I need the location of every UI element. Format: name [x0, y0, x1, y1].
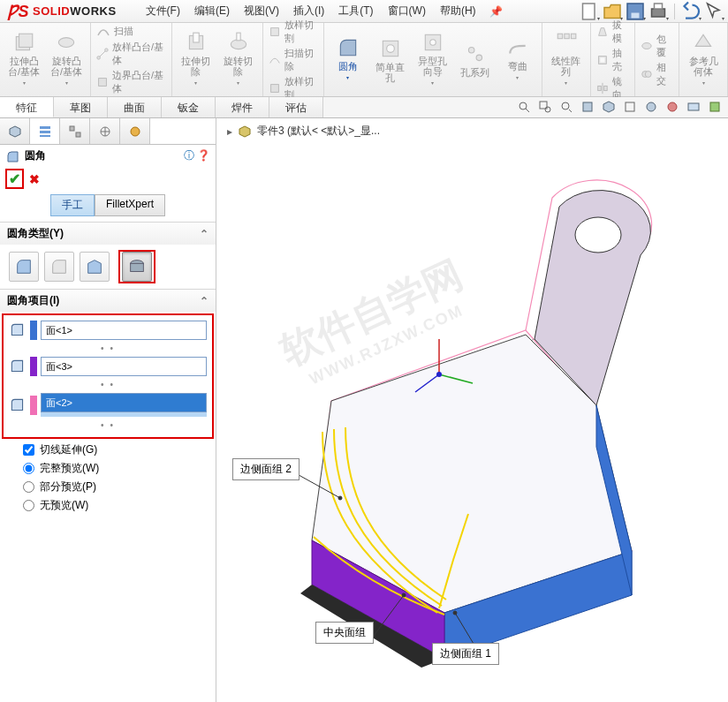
hole-series-button[interactable]: 孔系列 [457, 31, 494, 88]
display-style-icon[interactable] [622, 99, 638, 115]
pin-icon[interactable]: 📌 [489, 5, 503, 18]
print-button[interactable]: ▾ [648, 2, 669, 21]
tab-weldment[interactable]: 焊件 [216, 97, 269, 117]
svg-rect-27 [600, 57, 604, 62]
item-face2[interactable]: 面<2> [41, 393, 207, 412]
tab-feature[interactable]: 特征 [0, 97, 54, 117]
section-view-icon[interactable] [580, 99, 595, 115]
highlight-full-round [118, 250, 155, 283]
hide-show-icon[interactable] [643, 99, 659, 115]
opt-full-preview[interactable]: 完整预览(W) [23, 461, 210, 476]
fillet-type-variable[interactable] [44, 252, 74, 282]
fillet-button[interactable]: 圆角▾ [330, 31, 367, 88]
grip-2[interactable]: • • [9, 380, 207, 389]
zoom-fit-icon[interactable] [516, 99, 532, 115]
work-area: 圆角 ⓘ ❓ ✔ ✖ 手工 FilletXpert 圆角类型(Y)⌃ [0, 118, 728, 702]
property-manager-panel: 圆角 ⓘ ❓ ✔ ✖ 手工 FilletXpert 圆角类型(Y)⌃ [0, 118, 216, 702]
panel-tab-dimxpert[interactable] [90, 118, 120, 144]
tab-sheetmetal[interactable]: 钣金 [162, 97, 216, 117]
pm-help[interactable]: ⓘ ❓ [184, 148, 210, 163]
logo-text-1: SOLID [33, 4, 70, 18]
svg-rect-44 [40, 131, 50, 133]
section-fillet-type[interactable]: 圆角类型(Y)⌃ [0, 223, 216, 245]
extrude-boss-button[interactable]: 拉伸凸台/基体▾ [5, 31, 42, 88]
intersect-button[interactable]: 相交 [641, 61, 673, 87]
menubar: ǷS SOLIDWORKS 文件(F) 编辑(E) 视图(V) 插入(I) 工具… [0, 0, 728, 23]
panel-tab-feature-tree[interactable] [0, 118, 30, 144]
loft-button[interactable]: 放样凸台/基体 [96, 41, 166, 67]
menu-window[interactable]: 窗口(W) [382, 0, 432, 22]
opt-tangent[interactable]: 切线延伸(G) [23, 442, 210, 457]
svg-point-30 [642, 42, 651, 49]
panel-tab-property-manager[interactable] [30, 118, 60, 144]
menu-file[interactable]: 文件(F) [140, 0, 186, 22]
mode-manual[interactable]: 手工 [50, 194, 95, 216]
ribbon: 拉伸凸台/基体▾ 旋转凸台/基体▾ 扫描 放样凸台/基体 边界凸台/基体 拉伸切… [0, 23, 728, 97]
prev-view-icon[interactable] [558, 99, 574, 115]
open-button[interactable]: ▾ [602, 2, 623, 21]
item-face3[interactable]: 面<3> [41, 357, 207, 376]
hole-wizard-button[interactable]: 异型孔向导▾ [414, 31, 451, 88]
cut-sweep-button[interactable]: 扫描切除 [269, 47, 318, 73]
sweep-button[interactable]: 扫描 [96, 25, 166, 39]
opt-partial-preview[interactable]: 部分预览(P) [23, 479, 210, 494]
new-button[interactable]: ▾ [579, 2, 600, 21]
svg-rect-47 [76, 132, 80, 137]
callout-side1[interactable]: 边侧面组 1 [432, 643, 499, 665]
fillet-type-full-round[interactable] [122, 252, 152, 282]
shell-button[interactable]: 抽壳 [596, 47, 629, 73]
undo-button[interactable]: ▾ [680, 2, 701, 21]
cut-loft1-button[interactable]: 放样切割 [269, 19, 318, 45]
svg-rect-2 [632, 12, 640, 18]
tab-surface[interactable]: 曲面 [108, 97, 162, 117]
svg-rect-4 [655, 4, 663, 9]
zoom-area-icon[interactable] [537, 99, 553, 115]
draft-button[interactable]: 拔模 [596, 19, 629, 45]
cut-extrude-button[interactable]: 拉伸切除▾ [178, 31, 215, 88]
menu-tools[interactable]: 工具(T) [332, 0, 379, 22]
pm-header: 圆角 ⓘ ❓ [0, 145, 216, 167]
callout-center[interactable]: 中央面组 [315, 622, 374, 644]
mode-filletxpert[interactable]: FilletXpert [95, 194, 165, 216]
svg-point-18 [387, 44, 395, 52]
opt-no-preview[interactable]: 无预览(W) [23, 498, 210, 513]
cut-revolve-button[interactable]: 旋转切除▾ [220, 31, 257, 88]
select-button[interactable]: ▾ [703, 2, 724, 21]
simple-hole-button[interactable]: 简单直孔 [372, 31, 409, 88]
save-button[interactable]: ▾ [625, 2, 646, 21]
svg-rect-41 [688, 103, 699, 110]
panel-tab-config[interactable] [60, 118, 90, 144]
fillet-type-face[interactable] [80, 252, 110, 282]
menu-edit[interactable]: 编辑(E) [188, 0, 236, 22]
boundary-button[interactable]: 边界凸台/基体 [96, 69, 166, 95]
svg-rect-23 [557, 34, 562, 38]
menu-help[interactable]: 帮助(H) [434, 0, 482, 22]
scene-icon[interactable] [686, 99, 701, 115]
bend-button[interactable]: 弯曲▾ [499, 31, 536, 88]
cancel-button[interactable]: ✖ [29, 172, 40, 186]
item-face2-extra[interactable] [41, 412, 207, 417]
wrap-button[interactable]: 包覆 [641, 33, 673, 59]
tab-evaluate[interactable]: 评估 [269, 97, 323, 117]
grip-3[interactable]: • • [9, 420, 207, 430]
callout-side2[interactable]: 边侧面组 2 [232, 458, 300, 480]
revolve-boss-button[interactable]: 旋转凸台/基体▾ [48, 31, 85, 88]
svg-point-39 [647, 102, 656, 111]
svg-rect-46 [70, 126, 74, 131]
linear-pattern-button[interactable]: 线性阵列▾ [548, 31, 585, 88]
ref-geometry-button[interactable]: 参考几何体▾ [685, 31, 722, 88]
panel-tab-display[interactable] [120, 118, 150, 144]
view-toolbar [516, 99, 723, 115]
view-orient-icon[interactable] [601, 99, 617, 115]
grip-1[interactable]: • • [9, 343, 207, 353]
view-settings-icon[interactable] [707, 99, 723, 115]
tab-sketch[interactable]: 草图 [54, 97, 108, 117]
fillet-type-constant[interactable] [9, 252, 39, 282]
svg-rect-38 [626, 102, 634, 111]
svg-point-61 [402, 593, 406, 597]
graphics-viewport[interactable]: ▸ 零件3 (默认< <默认>_显... 软件自学网 WWW.RJZXW.COM [216, 118, 728, 702]
section-fillet-items[interactable]: 圆角项目(I)⌃ [0, 290, 216, 312]
ok-button[interactable]: ✔ [9, 171, 20, 186]
item-face1[interactable]: 面<1> [41, 321, 207, 340]
appearance-icon[interactable] [664, 99, 680, 115]
